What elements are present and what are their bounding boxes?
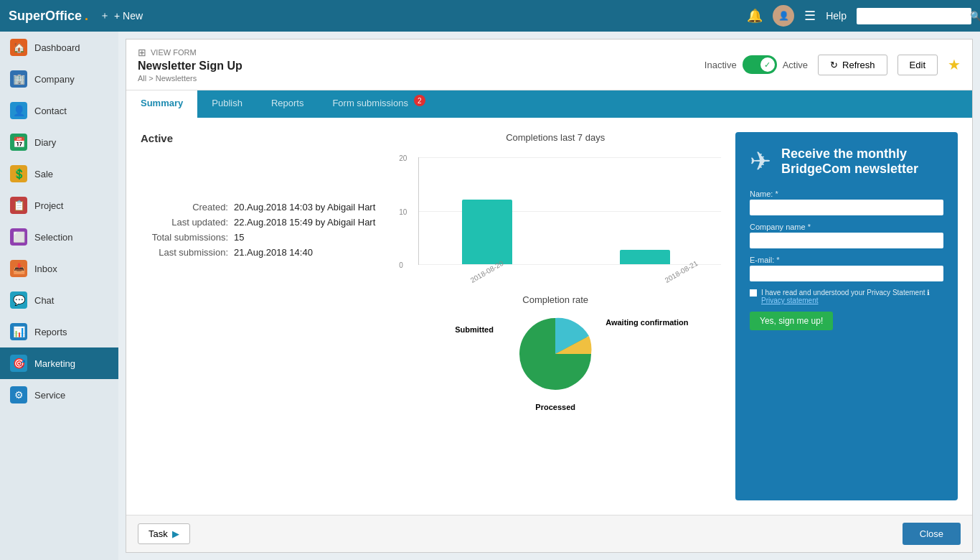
form-footer: Task ▶ Close bbox=[126, 515, 972, 552]
last-updated-row: Last updated: 22.Aug.2018 15:49 by Abiga… bbox=[141, 217, 375, 228]
sidebar-label-diary: Diary bbox=[34, 137, 56, 148]
form-header: ⊞ VIEW FORM Newsletter Sign Up All > New… bbox=[126, 39, 972, 90]
notifications-icon[interactable]: 🔔 bbox=[747, 8, 763, 24]
active-toggle[interactable]: ✓ bbox=[743, 55, 777, 74]
form-title: Newsletter Sign Up bbox=[138, 60, 242, 73]
total-submissions-row: Total submissions: 15 bbox=[141, 232, 375, 243]
contact-icon: 👤 bbox=[10, 102, 27, 119]
form-actions: Inactive ✓ Active ↻ Refresh Edit bbox=[705, 55, 961, 75]
bar-chart: 20 10 0 bbox=[418, 157, 721, 265]
sidebar-label-company: Company bbox=[34, 74, 75, 85]
breadcrumb-newsletters[interactable]: Newsletters bbox=[156, 74, 197, 83]
bar-x-labels: 2018-08-20 2018-08-21 bbox=[418, 268, 721, 276]
view-form-text: VIEW FORM bbox=[151, 48, 197, 57]
paper-plane-icon: ✈ bbox=[750, 146, 771, 177]
search-icon: 🔍 bbox=[970, 11, 980, 22]
task-button[interactable]: Task ▶ bbox=[138, 523, 190, 544]
sidebar-item-diary[interactable]: 📅 Diary bbox=[0, 126, 118, 158]
bar-chart-container: 20 10 0 2018-08-20 2018-08-21 bbox=[418, 157, 721, 276]
created-value: 20.Aug.2018 14:03 by Abigail Hart bbox=[234, 202, 375, 213]
pie-section: Completion rate Submitted Awaiting confi… bbox=[390, 294, 721, 397]
nl-email-field: E-mail: * bbox=[750, 256, 943, 281]
pie-label-awaiting: Awaiting confirmation bbox=[606, 318, 692, 327]
sidebar-label-project: Project bbox=[34, 200, 63, 211]
chat-icon: 💬 bbox=[10, 291, 27, 309]
tab-form-submissions[interactable]: Form submissions 2 bbox=[318, 90, 429, 118]
task-arrow-icon: ▶ bbox=[172, 528, 179, 539]
sidebar-label-chat: Chat bbox=[34, 295, 54, 306]
sidebar-item-selection[interactable]: ⬜ Selection bbox=[0, 221, 118, 253]
reports-icon: 📊 bbox=[10, 323, 27, 340]
avatar[interactable]: 👤 bbox=[773, 5, 794, 27]
sidebar-item-sale[interactable]: 💲 Sale bbox=[0, 158, 118, 190]
sidebar-item-reports[interactable]: 📊 Reports bbox=[0, 316, 118, 347]
search-input[interactable] bbox=[862, 11, 970, 21]
menu-icon[interactable]: ☰ bbox=[804, 8, 816, 24]
favorite-button[interactable]: ★ bbox=[948, 56, 961, 73]
last-updated-label: Last updated: bbox=[141, 217, 234, 228]
sidebar-item-service[interactable]: ⚙ Service bbox=[0, 379, 118, 411]
bar-chart-title: Completions last 7 days bbox=[390, 132, 721, 143]
logo-dot: . bbox=[85, 9, 88, 24]
sidebar-item-marketing[interactable]: 🎯 Marketing bbox=[0, 347, 118, 379]
new-label: + New bbox=[114, 10, 143, 22]
sidebar-label-reports: Reports bbox=[34, 327, 67, 337]
last-updated-value: 22.Aug.2018 15:49 by Abigail Hart bbox=[234, 217, 375, 228]
nl-submit-button[interactable]: Yes, sign me up! bbox=[750, 312, 833, 330]
panel-body: Active Created: 20.Aug.2018 14:03 by Abi… bbox=[126, 118, 972, 515]
top-navigation: SuperOffice. ＋ + New 🔔 👤 ☰ Help 🔍 bbox=[0, 0, 980, 32]
inactive-label: Inactive bbox=[705, 60, 737, 70]
nl-email-input bbox=[750, 266, 943, 281]
form-title-section: ⊞ VIEW FORM Newsletter Sign Up All > New… bbox=[138, 47, 242, 83]
sidebar-item-inbox[interactable]: 📥 Inbox bbox=[0, 253, 118, 284]
nl-privacy-link[interactable]: Privacy statement bbox=[761, 297, 818, 304]
left-section: Active Created: 20.Aug.2018 14:03 by Abi… bbox=[141, 132, 375, 500]
sidebar-label-dashboard: Dashboard bbox=[34, 42, 80, 53]
sidebar-label-inbox: Inbox bbox=[34, 263, 57, 274]
content-area: ⊞ VIEW FORM Newsletter Sign Up All > New… bbox=[118, 32, 980, 560]
sidebar-item-company[interactable]: 🏢 Company bbox=[0, 63, 118, 95]
selection-icon: ⬜ bbox=[10, 228, 27, 246]
breadcrumb-sep: > bbox=[149, 74, 153, 83]
nl-name-label: Name: * bbox=[750, 190, 943, 198]
tab-summary[interactable]: Summary bbox=[126, 90, 197, 118]
preview-section: ✈ Receive the monthly BridgeCom newslett… bbox=[735, 132, 958, 500]
sidebar-item-contact[interactable]: 👤 Contact bbox=[0, 95, 118, 126]
nl-name-field: Name: * bbox=[750, 190, 943, 215]
nl-email-label: E-mail: * bbox=[750, 256, 943, 264]
inbox-icon: 📥 bbox=[10, 260, 27, 277]
tab-publish-label: Publish bbox=[212, 98, 242, 108]
refresh-button[interactable]: ↻ Refresh bbox=[818, 55, 887, 75]
close-label: Close bbox=[920, 528, 943, 539]
bar-1 bbox=[462, 200, 512, 264]
breadcrumb-all[interactable]: All bbox=[138, 74, 146, 83]
pie-label-submitted: Submitted bbox=[455, 325, 494, 334]
help-button[interactable]: Help bbox=[826, 10, 847, 22]
tab-summary-label: Summary bbox=[141, 98, 183, 108]
form-panel: ⊞ VIEW FORM Newsletter Sign Up All > New… bbox=[126, 39, 973, 553]
edit-label: Edit bbox=[910, 60, 925, 70]
nl-privacy-text: I have read and understood your Privacy … bbox=[761, 289, 930, 304]
marketing-icon: 🎯 bbox=[10, 355, 27, 372]
close-button[interactable]: Close bbox=[903, 523, 961, 545]
newsletter-title: Receive the monthly BridgeCom newsletter bbox=[781, 146, 943, 177]
last-submission-value: 21.Aug.2018 14:40 bbox=[234, 247, 313, 258]
new-button[interactable]: ＋ + New bbox=[100, 9, 143, 22]
sidebar-label-contact: Contact bbox=[34, 106, 67, 116]
sidebar-label-marketing: Marketing bbox=[34, 358, 75, 369]
edit-button[interactable]: Edit bbox=[897, 55, 938, 75]
tab-publish[interactable]: Publish bbox=[197, 90, 257, 118]
task-label: Task bbox=[149, 528, 168, 539]
tab-reports[interactable]: Reports bbox=[257, 90, 319, 118]
project-icon: 📋 bbox=[10, 197, 27, 214]
created-label: Created: bbox=[141, 202, 234, 213]
sidebar-item-project[interactable]: 📋 Project bbox=[0, 190, 118, 221]
app-logo: SuperOffice. bbox=[9, 9, 88, 24]
sidebar-item-chat[interactable]: 💬 Chat bbox=[0, 284, 118, 316]
sidebar-item-dashboard[interactable]: 🏠 Dashboard bbox=[0, 32, 118, 63]
active-status: Active bbox=[141, 132, 375, 144]
diary-icon: 📅 bbox=[10, 134, 27, 151]
pie-label-processed: Processed bbox=[535, 403, 575, 411]
sidebar-label-selection: Selection bbox=[34, 232, 72, 243]
toggle-check: ✓ bbox=[760, 57, 775, 72]
